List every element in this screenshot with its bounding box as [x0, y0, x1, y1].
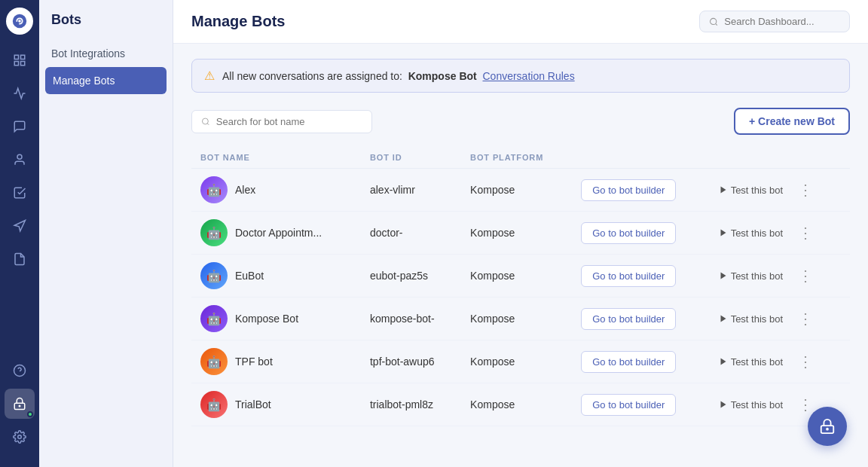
svg-marker-16 [720, 187, 726, 194]
app-logo[interactable] [6, 8, 33, 35]
svg-line-15 [207, 123, 209, 124]
col-bot-id: BOT ID [361, 147, 461, 169]
bot-id-cell: alex-vlimr [361, 169, 461, 212]
go-to-bot-builder-button[interactable]: Go to bot builder [581, 222, 676, 244]
bot-platform-cell: Kompose [461, 255, 572, 298]
svg-point-10 [19, 405, 20, 407]
bot-builder-cell: Go to bot builder [572, 212, 709, 255]
conversation-rules-link[interactable]: Conversation Rules [482, 70, 574, 82]
global-search-input[interactable] [724, 16, 840, 27]
svg-rect-2 [14, 55, 18, 59]
warning-icon: ⚠ [204, 69, 215, 83]
nav-contacts-icon[interactable] [5, 145, 35, 175]
bot-search-box[interactable] [191, 110, 372, 133]
bot-name-cell: 🤖 TrialBot [191, 383, 361, 426]
svg-marker-21 [720, 401, 726, 408]
more-options-button[interactable]: ⋮ [795, 225, 816, 240]
fab-button[interactable] [808, 407, 847, 446]
more-options-button[interactable]: ⋮ [795, 182, 816, 197]
table-row: 🤖 TPF bot tpf-bot-awup6 Kompose Go to bo… [191, 340, 850, 383]
go-to-bot-builder-button[interactable]: Go to bot builder [581, 179, 676, 201]
go-to-bot-builder-button[interactable]: Go to bot builder [581, 265, 676, 287]
svg-point-6 [17, 154, 22, 159]
sidebar-panel: Bots Bot Integrations Manage Bots [39, 0, 173, 467]
bot-name: Doctor Appointm... [235, 227, 322, 239]
test-bot-button[interactable]: Test this bot [719, 270, 783, 282]
bot-id-cell: kompose-bot- [361, 298, 461, 340]
nav-campaigns-icon[interactable] [5, 211, 35, 241]
bot-name-cell: 🤖 Kompose Bot [191, 298, 361, 340]
alert-bot-name: Kompose Bot [408, 70, 477, 82]
table-row: 🤖 EuBot eubot-paz5s Kompose Go to bot bu… [191, 255, 850, 298]
bot-search-icon [201, 117, 210, 127]
more-options-button[interactable]: ⋮ [795, 268, 816, 283]
test-bot-button[interactable]: Test this bot [719, 227, 783, 239]
bot-builder-cell: Go to bot builder [572, 298, 709, 340]
svg-point-12 [711, 18, 717, 24]
nav-reports-icon[interactable] [5, 244, 35, 274]
more-options-button[interactable]: ⋮ [795, 354, 816, 369]
nav-analytics-icon[interactable] [5, 78, 35, 108]
bot-actions-cell: Test this bot ⋮ [710, 169, 850, 212]
bot-name-cell: 🤖 EuBot [191, 255, 361, 298]
svg-point-23 [827, 429, 828, 430]
bot-platform-cell: Kompose [461, 169, 572, 212]
go-to-bot-builder-button[interactable]: Go to bot builder [581, 394, 676, 416]
more-options-button[interactable]: ⋮ [795, 397, 816, 412]
test-bot-button[interactable]: Test this bot [719, 356, 783, 368]
bot-platform-cell: Kompose [461, 383, 572, 426]
svg-rect-5 [21, 62, 25, 66]
table-row: 🤖 Doctor Appointm... doctor- Kompose Go … [191, 212, 850, 255]
bot-name-cell: 🤖 Doctor Appointm... [191, 212, 361, 255]
svg-rect-3 [21, 55, 25, 59]
nav-conversations-icon[interactable] [5, 111, 35, 142]
global-search-box[interactable] [699, 11, 850, 32]
create-bot-button[interactable]: + Create new Bot [734, 108, 850, 135]
bot-avatar: 🤖 [200, 305, 228, 332]
bot-platform-cell: Kompose [461, 212, 572, 255]
sidebar-item-manage-bots[interactable]: Manage Bots [45, 67, 167, 94]
bot-id-cell: trialbot-pml8z [361, 383, 461, 426]
top-bar: Manage Bots [173, 0, 868, 44]
search-icon [709, 17, 718, 27]
svg-point-14 [202, 118, 208, 124]
bot-search-input[interactable] [216, 116, 362, 127]
play-icon [719, 185, 728, 194]
svg-point-11 [18, 435, 22, 439]
go-to-bot-builder-button[interactable]: Go to bot builder [581, 351, 676, 373]
sidebar-item-bot-integrations[interactable]: Bot Integrations [39, 40, 173, 67]
test-bot-button[interactable]: Test this bot [719, 399, 783, 411]
panel-title: Bots [39, 12, 173, 40]
bot-platform-cell: Kompose [461, 298, 572, 340]
bot-name: TrialBot [235, 398, 271, 411]
bot-actions-cell: Test this bot ⋮ [710, 255, 850, 298]
left-rail [0, 0, 39, 467]
bot-name: EuBot [235, 270, 264, 282]
bot-name: TPF bot [235, 356, 273, 368]
bot-id-cell: tpf-bot-awup6 [361, 340, 461, 383]
bot-actions-cell: Test this bot ⋮ [710, 340, 850, 383]
bot-avatar: 🤖 [200, 262, 228, 289]
bot-builder-cell: Go to bot builder [572, 383, 709, 426]
bot-avatar: 🤖 [200, 348, 228, 375]
bot-name: Kompose Bot [235, 313, 298, 325]
play-icon [719, 314, 728, 323]
nav-settings-icon[interactable] [5, 422, 35, 452]
bot-avatar: 🤖 [200, 176, 228, 203]
bot-platform-cell: Kompose [461, 340, 572, 383]
go-to-bot-builder-button[interactable]: Go to bot builder [581, 308, 676, 330]
more-options-button[interactable]: ⋮ [795, 311, 816, 326]
nav-help-icon[interactable] [5, 356, 35, 386]
table-row: 🤖 Alex alex-vlimr Kompose Go to bot buil… [191, 169, 850, 212]
test-bot-button[interactable]: Test this bot [719, 185, 783, 196]
bot-avatar: 🤖 [200, 219, 228, 246]
svg-line-13 [716, 23, 717, 25]
play-icon [719, 357, 728, 366]
nav-bots-icon[interactable] [5, 389, 35, 419]
nav-inbox-icon[interactable] [5, 178, 35, 208]
nav-overview-icon[interactable] [5, 45, 35, 75]
test-bot-button[interactable]: Test this bot [719, 313, 783, 325]
svg-marker-19 [720, 316, 726, 322]
table-row: 🤖 TrialBot trialbot-pml8z Kompose Go to … [191, 383, 850, 426]
bot-builder-cell: Go to bot builder [572, 255, 709, 298]
